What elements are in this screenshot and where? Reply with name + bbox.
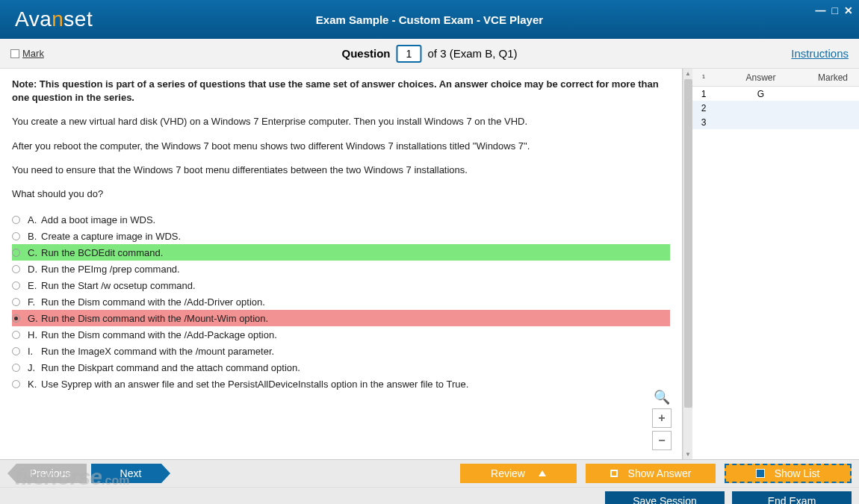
question-total-text: of 3 (Exam B, Q1): [427, 47, 517, 60]
radio-icon[interactable]: [12, 249, 20, 257]
choice-text: Add a boot image in WDS.: [41, 214, 155, 225]
row-number: 3: [692, 117, 715, 128]
window-controls: — □ ✕: [816, 4, 853, 16]
radio-icon[interactable]: [12, 347, 20, 355]
choice-letter: I.: [28, 346, 41, 357]
question-para2: After you reboot the computer, the Windo…: [12, 140, 670, 153]
maximize-icon[interactable]: □: [832, 4, 838, 16]
answer-list-panel: ¹ Answer Marked 1G23: [692, 69, 859, 459]
choice-text: Run the Dism command with the /Add-Packa…: [41, 329, 277, 340]
choice-text: Run the Dism command with the /Add-Drive…: [41, 296, 265, 308]
window-title: Exam Sample - Custom Exam - VCE Player: [316, 13, 543, 26]
end-exam-button[interactable]: End Exam: [732, 491, 852, 505]
choice-letter: K.: [28, 379, 41, 390]
choice-letter: H.: [28, 329, 41, 340]
answer-choice[interactable]: J.Run the Diskpart command and the attac…: [12, 359, 670, 376]
show-answer-label: Show Answer: [628, 467, 692, 479]
col-number: ¹: [692, 69, 715, 86]
choice-letter: B.: [28, 231, 41, 242]
navigation-bar: Previous Next Review Show Answer Show Li…: [0, 460, 859, 487]
instructions-link[interactable]: Instructions: [791, 47, 849, 60]
question-content: Note: This question is part of a series …: [0, 69, 683, 459]
save-session-button[interactable]: Save Session: [605, 491, 725, 505]
choice-letter: G.: [28, 313, 41, 324]
main-area: Note: This question is part of a series …: [0, 69, 859, 460]
title-bar: Avanset Exam Sample - Custom Exam - VCE …: [0, 0, 859, 39]
answer-list-header: ¹ Answer Marked: [692, 69, 859, 87]
answer-list-row[interactable]: 2: [692, 101, 859, 115]
choice-text: Use Syprep with an answer file and set t…: [41, 379, 468, 390]
show-answer-button[interactable]: Show Answer: [586, 464, 716, 483]
zoom-controls: 🔍 + −: [652, 389, 672, 450]
choice-letter: D.: [28, 264, 41, 275]
answer-choice[interactable]: A.Add a boot image in WDS.: [12, 211, 670, 228]
radio-icon[interactable]: [12, 281, 20, 290]
choice-text: Create a capture image in WDS.: [41, 231, 181, 242]
vertical-scrollbar[interactable]: ▲ ▼: [683, 69, 692, 459]
answer-choice[interactable]: H.Run the Dism command with the /Add-Pac…: [12, 326, 670, 343]
question-note: Note: This question is part of a series …: [12, 78, 670, 105]
radio-icon[interactable]: [12, 232, 20, 240]
radio-icon[interactable]: [12, 380, 20, 388]
answer-choice[interactable]: G.Run the Dism command with the /Mount-W…: [12, 310, 670, 326]
next-button[interactable]: Next: [91, 464, 170, 483]
choice-letter: C.: [28, 247, 41, 258]
question-number-input[interactable]: [396, 45, 421, 63]
col-answer: Answer: [715, 69, 807, 86]
answer-choice[interactable]: B.Create a capture image in WDS.: [12, 228, 670, 244]
choice-text: Run the PEImg /prep command.: [41, 264, 180, 275]
square-filled-icon: [757, 470, 764, 477]
radio-icon[interactable]: [12, 298, 20, 306]
answer-choice[interactable]: I.Run the ImageX command with the /mount…: [12, 343, 670, 359]
choice-text: Run the Dism command with the /Mount-Wim…: [41, 313, 268, 324]
answer-choices: A.Add a boot image in WDS.B.Create a cap…: [12, 211, 670, 392]
choice-text: Run the Start /w ocsetup command.: [41, 280, 196, 291]
choice-letter: E.: [28, 280, 41, 291]
radio-icon[interactable]: [12, 265, 20, 273]
mark-label[interactable]: Mark: [22, 48, 44, 59]
col-marked: Marked: [807, 69, 859, 86]
answer-choice[interactable]: D.Run the PEImg /prep command.: [12, 261, 670, 277]
radio-icon[interactable]: [12, 364, 20, 372]
row-number: 1: [692, 89, 715, 99]
brand-left: Ava: [15, 7, 52, 31]
answer-choice[interactable]: K.Use Syprep with an answer file and set…: [12, 376, 670, 392]
zoom-in-button[interactable]: +: [652, 408, 672, 428]
radio-icon[interactable]: [12, 331, 20, 339]
question-para3: You need to ensure that the Windows 7 bo…: [12, 164, 670, 177]
answer-choice[interactable]: C.Run the BCDEdit command.: [12, 244, 670, 261]
show-list-label: Show List: [775, 467, 820, 479]
minimize-icon[interactable]: —: [816, 4, 826, 16]
review-button[interactable]: Review: [460, 464, 577, 483]
question-toolbar: Mark Question of 3 (Exam B, Q1) Instruct…: [0, 39, 859, 69]
close-icon[interactable]: ✕: [844, 4, 853, 16]
review-label: Review: [491, 467, 525, 479]
row-number: 2: [692, 103, 715, 113]
brand-logo: Avanset: [0, 7, 93, 31]
footer-bar: Save Session End Exam: [0, 487, 859, 504]
scroll-up-icon[interactable]: ▲: [683, 69, 692, 78]
question-para4: What should you do?: [12, 187, 670, 201]
choice-letter: A.: [28, 214, 41, 225]
answer-list-row[interactable]: 1G: [692, 87, 859, 101]
answer-list-rows: 1G23: [692, 87, 859, 129]
mark-checkbox[interactable]: [10, 49, 19, 58]
square-icon: [610, 470, 618, 477]
scroll-thumb[interactable]: [684, 79, 692, 408]
magnifier-icon[interactable]: 🔍: [654, 389, 670, 405]
show-list-button[interactable]: Show List: [725, 464, 852, 483]
answer-list-row[interactable]: 3: [692, 115, 859, 129]
brand-right: set: [63, 7, 93, 31]
scroll-down-icon[interactable]: ▼: [683, 449, 692, 459]
answer-choice[interactable]: F.Run the Dism command with the /Add-Dri…: [12, 293, 670, 310]
previous-button[interactable]: Previous: [7, 464, 87, 483]
answer-choice[interactable]: E.Run the Start /w ocsetup command.: [12, 277, 670, 293]
radio-icon[interactable]: [12, 216, 20, 224]
brand-n: n: [52, 7, 63, 31]
radio-icon[interactable]: [12, 314, 20, 323]
choice-text: Run the BCDEdit command.: [41, 247, 163, 258]
zoom-out-button[interactable]: −: [652, 431, 672, 450]
triangle-up-icon: [539, 470, 546, 476]
choice-text: Run the Diskpart command and the attach …: [41, 362, 300, 373]
question-label: Question: [341, 47, 390, 60]
